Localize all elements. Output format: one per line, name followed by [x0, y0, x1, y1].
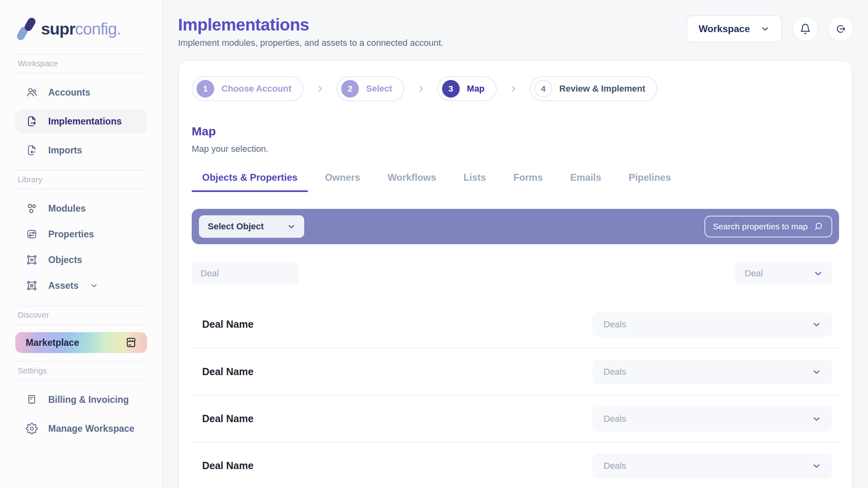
sidebar-section-workspace: Workspace: [15, 54, 147, 74]
property-mapping-list: Deal Name Deals Deal Name Deals: [192, 301, 839, 488]
sidebar-item-marketplace[interactable]: Marketplace: [15, 332, 147, 353]
bell-icon: [800, 23, 811, 35]
gear-icon: [26, 423, 38, 435]
sidebar-item-label: Imports: [48, 145, 82, 156]
sidebar-item-properties[interactable]: Properties: [15, 223, 147, 246]
target-property-dropdown[interactable]: Deals: [592, 312, 832, 337]
sidebar-item-modules[interactable]: Modules: [15, 197, 147, 220]
step-number: 1: [197, 80, 214, 98]
sidebar-item-label: Properties: [48, 229, 94, 240]
step-choose-account[interactable]: 1 Choose Account: [192, 76, 303, 101]
stepper: 1 Choose Account 2 Select 3 Map: [192, 76, 839, 101]
workspace-dropdown[interactable]: Workspace: [686, 15, 782, 43]
sidebar-item-billing[interactable]: Billing & Invoicing: [15, 388, 147, 411]
step-label: Review & Implement: [559, 84, 645, 94]
sidebar-nav-settings: Billing & Invoicing Manage Workspace: [0, 388, 162, 440]
sidebar-item-label: Modules: [48, 203, 86, 214]
sidebar-item-accounts[interactable]: Accounts: [15, 81, 147, 104]
chevron-down-icon: [287, 222, 296, 231]
sidebar-nav-workspace: Accounts Implementations: [0, 81, 162, 162]
main-content: Implementations Implement modules, prope…: [163, 0, 868, 488]
step-review-implement[interactable]: 4 Review & Implement: [530, 76, 657, 101]
brand-name-bold: supr: [41, 20, 75, 38]
step-map[interactable]: 3 Map: [437, 76, 497, 101]
storefront-icon: [125, 336, 137, 349]
tab-workflows[interactable]: Workflows: [377, 172, 446, 192]
sidebar-item-label: Accounts: [48, 87, 90, 98]
page-subtitle: Implement modules, properties, and asset…: [178, 38, 443, 48]
target-property-placeholder: Deals: [604, 319, 626, 330]
step-select[interactable]: 2 Select: [336, 76, 404, 101]
page-header: Implementations Implement modules, prope…: [178, 12, 853, 48]
chevron-down-icon: [811, 367, 822, 377]
workspace-dropdown-label: Workspace: [698, 23, 750, 35]
notifications-button[interactable]: [793, 17, 817, 41]
sidebar-nav-library: Modules Properties: [0, 197, 162, 297]
users-icon: [26, 86, 38, 98]
sidebar-item-imports[interactable]: Imports: [15, 139, 147, 162]
select-object-dropdown[interactable]: Select Object: [199, 215, 304, 238]
sidebar-section-settings: Settings: [15, 361, 147, 381]
file-export-icon: [26, 115, 38, 127]
chevron-down-icon: [760, 24, 770, 34]
sidebar-item-label: Implementations: [48, 116, 122, 127]
sidebar-item-objects[interactable]: Objects: [15, 248, 147, 272]
chevron-down-icon: [90, 281, 98, 290]
source-property-label: Deal Name: [202, 319, 254, 330]
sidebar-item-label: Billing & Invoicing: [48, 394, 129, 405]
app-root: suprconfig. Workspace Accounts: [0, 0, 868, 488]
tab-lists[interactable]: Lists: [453, 172, 496, 192]
step-label: Choose Account: [221, 84, 291, 94]
select-object-label: Select Object: [208, 221, 264, 232]
tab-forms[interactable]: Forms: [503, 172, 553, 192]
tab-pipelines[interactable]: Pipelines: [618, 172, 681, 192]
modules-icon: [26, 202, 38, 214]
signout-icon: [835, 23, 846, 35]
tab-owners[interactable]: Owners: [314, 172, 371, 192]
source-property-label: Deal Name: [202, 366, 254, 378]
property-mapping-row: Deal Name Deals: [192, 395, 839, 442]
source-property-label: Deal Name: [202, 413, 254, 425]
step-number: 4: [534, 80, 552, 98]
brand-name-light: config.: [75, 20, 121, 38]
step-number: 2: [341, 80, 359, 98]
sidebar-item-manage-workspace[interactable]: Manage Workspace: [15, 417, 147, 440]
sidebar-item-label: Marketplace: [26, 337, 79, 348]
chevron-right-icon: [416, 84, 425, 93]
source-object-chip: Deal: [192, 262, 299, 285]
target-property-dropdown[interactable]: Deals: [592, 453, 832, 478]
chevron-down-icon: [811, 319, 822, 330]
section-subtitle: Map your selection.: [192, 144, 839, 154]
objects-icon: [26, 254, 38, 266]
target-property-dropdown[interactable]: Deals: [592, 406, 832, 431]
mapping-toolbar: Select Object Search properties to map: [192, 209, 839, 244]
step-label: Select: [366, 84, 392, 94]
chevron-down-icon: [811, 414, 822, 424]
sidebar: suprconfig. Workspace Accounts: [0, 0, 163, 488]
receipt-icon: [26, 394, 38, 406]
target-property-placeholder: Deals: [604, 461, 626, 471]
tab-objects-properties[interactable]: Objects & Properties: [192, 172, 308, 192]
search-properties-button[interactable]: Search properties to map: [704, 216, 832, 237]
target-property-placeholder: Deals: [604, 414, 626, 424]
page-header-titles: Implementations Implement modules, prope…: [178, 15, 443, 48]
step-label: Map: [467, 84, 485, 94]
sidebar-item-assets[interactable]: Assets: [15, 274, 147, 297]
brand-logo[interactable]: suprconfig.: [0, 0, 162, 42]
target-property-dropdown[interactable]: Deals: [592, 359, 832, 384]
target-property-placeholder: Deals: [604, 367, 626, 377]
sidebar-nav-discover: Marketplace: [0, 332, 162, 353]
tab-emails[interactable]: Emails: [560, 172, 612, 192]
brand-wordmark: suprconfig.: [41, 20, 121, 39]
sidebar-item-label: Manage Workspace: [48, 423, 134, 434]
search-properties-label: Search properties to map: [713, 222, 808, 231]
target-object-label: Deal: [745, 268, 763, 279]
tabs: Objects & Properties Owners Workflows Li…: [192, 172, 839, 192]
sidebar-item-implementations[interactable]: Implementations: [15, 110, 147, 133]
property-mapping-row: Deal Name Deals: [192, 301, 839, 348]
assets-icon: [26, 280, 38, 292]
target-object-dropdown[interactable]: Deal: [735, 262, 832, 285]
section-title: Map: [192, 125, 839, 138]
sidebar-item-label: Assets: [48, 280, 78, 291]
signout-button[interactable]: [829, 17, 853, 41]
